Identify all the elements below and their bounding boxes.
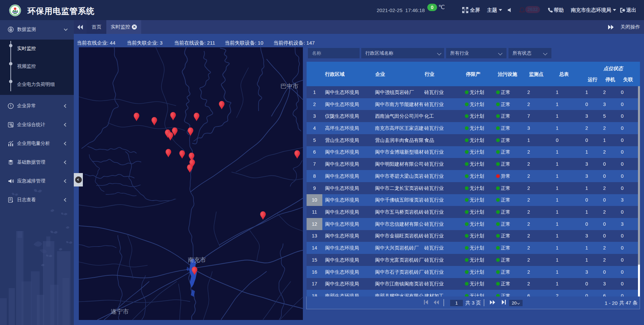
svg-text:南充市: 南充市	[188, 257, 206, 263]
svg-text:巴中市: 巴中市	[280, 83, 299, 90]
svg-text:遂宁市: 遂宁市	[111, 308, 129, 315]
